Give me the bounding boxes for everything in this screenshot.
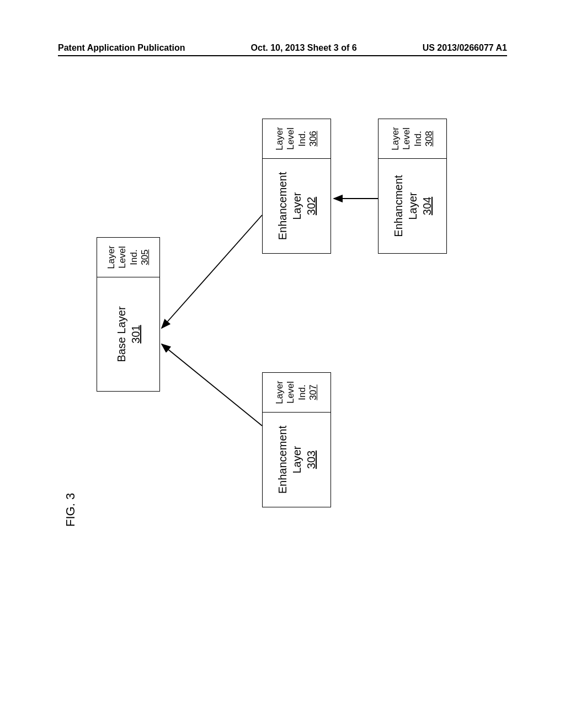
enh302-main: Enhancement Layer 302 <box>263 159 331 253</box>
diagram-container: Base Layer 301 Layer Level Ind. 305 Enha… <box>63 105 483 524</box>
enh-ref: 302 <box>304 197 318 215</box>
base-layer-box: Base Layer 301 Layer Level Ind. 305 <box>97 237 160 392</box>
svg-line-2 <box>162 215 262 328</box>
ind-line: Ind. <box>413 131 424 146</box>
ind-ref: 306 <box>308 131 319 146</box>
enh303-ind: Layer Level Ind. 307 <box>263 373 331 413</box>
enh-title-line: Layer <box>290 192 304 220</box>
base-layer-ind: Layer Level Ind. 305 <box>97 238 159 277</box>
ind-line: Level <box>401 127 412 150</box>
enh-ref: 304 <box>420 197 434 215</box>
enh-title-line: Enhancement <box>275 172 290 240</box>
ind-line: Level <box>117 246 128 269</box>
ind-line: Layer <box>106 245 117 269</box>
enh-title-line: Layer <box>290 446 304 473</box>
enh-title-line: Enhancement <box>275 426 290 494</box>
header-rule <box>58 55 507 56</box>
ind-line: Level <box>285 381 296 404</box>
ind-ref: 307 <box>308 384 319 400</box>
enhancement-303-box: Enhancement Layer 303 Layer Level Ind. 3… <box>262 372 331 507</box>
ind-line: Ind. <box>297 131 308 146</box>
header-left: Patent Application Publication <box>58 43 185 53</box>
enh-ref: 303 <box>304 451 318 469</box>
ind-ref: 305 <box>140 249 151 265</box>
enh-title-line: Enhancment <box>391 175 406 237</box>
enh303-main: Enhancement Layer 303 <box>263 413 331 507</box>
header-right: US 2013/0266077 A1 <box>423 43 507 53</box>
svg-line-1 <box>162 344 262 426</box>
enhancement-304-box: Enhancment Layer 304 Layer Level Ind. 30… <box>378 119 447 254</box>
ind-line: Ind. <box>129 249 140 265</box>
base-layer-title: Base Layer <box>114 306 129 362</box>
base-layer-ref: 301 <box>129 325 143 343</box>
base-layer-main: Base Layer 301 <box>97 277 159 391</box>
ind-line: Layer <box>274 127 285 151</box>
ind-ref: 308 <box>424 131 435 146</box>
ind-line: Ind. <box>297 384 308 400</box>
enh302-ind: Layer Level Ind. 306 <box>263 119 331 159</box>
enh-title-line: Layer <box>406 192 420 220</box>
enh304-ind: Layer Level Ind. 308 <box>379 119 446 159</box>
enhancement-302-box: Enhancement Layer 302 Layer Level Ind. 3… <box>262 119 331 254</box>
ind-line: Layer <box>390 127 401 151</box>
ind-line: Layer <box>274 381 285 404</box>
page-header: Patent Application Publication Oct. 10, … <box>0 43 565 53</box>
header-center: Oct. 10, 2013 Sheet 3 of 6 <box>251 43 357 53</box>
enh304-main: Enhancment Layer 304 <box>379 159 446 253</box>
ind-line: Level <box>285 127 296 150</box>
